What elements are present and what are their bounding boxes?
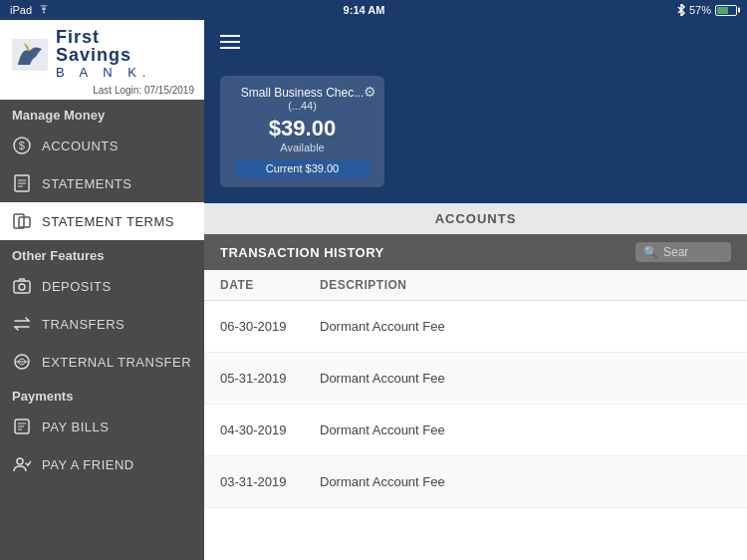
tx-description: Dormant Account Fee [320, 422, 445, 437]
logo-text: First Savings B A N K. [56, 28, 151, 82]
sidebar-item-statement-terms[interactable]: STATEMENT TERMS [0, 202, 204, 240]
tx-date: 05-31-2019 [220, 371, 320, 386]
section-manage-money: Manage Money [0, 100, 204, 127]
accounts-label: ACCOUNTS [42, 139, 119, 153]
transaction-area: TRANSACTION HISTORY 🔍 DATE DESCRIPTION 0… [204, 234, 747, 560]
account-card-avail: Available [234, 141, 371, 153]
hamburger-line-3 [220, 47, 240, 49]
svg-point-18 [17, 458, 23, 464]
tx-description: Dormant Account Fee [320, 371, 445, 386]
col-date-header: DATE [220, 278, 320, 292]
transaction-title: TRANSACTION HISTORY [220, 245, 384, 260]
top-bar [204, 20, 747, 64]
accounts-heading: ACCOUNTS [204, 203, 747, 234]
terms-icon [12, 211, 32, 231]
carrier-label: iPad [10, 4, 32, 16]
tx-date: 03-31-2019 [220, 474, 320, 489]
search-box[interactable]: 🔍 [635, 242, 731, 262]
sidebar-item-accounts[interactable]: $ ACCOUNTS [0, 127, 204, 164]
status-left: iPad [10, 4, 51, 16]
pay-friend-label: PAY A FRIEND [42, 457, 134, 472]
status-bar: iPad 9:14 AM 57% [0, 0, 747, 20]
sidebar-item-transfers[interactable]: TRANSFERS [0, 305, 204, 343]
status-right: 57% [677, 4, 737, 16]
transaction-header: TRANSACTION HISTORY 🔍 [204, 234, 747, 270]
search-input[interactable] [663, 245, 723, 259]
hamburger-menu[interactable] [220, 35, 240, 49]
account-card[interactable]: ⚙ Small Business Chec... (...44) $39.00 … [220, 76, 384, 187]
battery-fill [717, 7, 728, 14]
hamburger-line-1 [220, 35, 240, 37]
hamburger-line-2 [220, 41, 240, 43]
transaction-list: 06-30-2019 Dormant Account Fee 05-31-201… [204, 301, 747, 560]
sidebar-item-pay-bills[interactable]: PAY BILLS [0, 408, 204, 445]
bills-icon [12, 417, 32, 436]
status-time: 9:14 AM [344, 4, 385, 16]
logo-area: First Savings B A N K. [10, 28, 151, 82]
account-card-amount: $39.00 [234, 116, 371, 141]
last-login: Last Login: 07/15/2019 [93, 85, 194, 96]
statement-terms-label: STATEMENT TERMS [42, 214, 174, 229]
sidebar-item-external-transfer[interactable]: EXTERNAL TRANSFER [0, 343, 204, 381]
logo-savings: Savings [56, 46, 151, 64]
tx-date: 06-30-2019 [220, 319, 320, 334]
transfer-icon [12, 314, 32, 334]
main-content: ⚙ Small Business Chec... (...44) $39.00 … [204, 20, 747, 560]
battery-icon [715, 5, 737, 16]
external-transfer-label: EXTERNAL TRANSFER [42, 355, 191, 370]
svg-text:$: $ [19, 140, 26, 151]
sidebar-logo: First Savings B A N K. Last Login: 07/15… [0, 20, 204, 100]
section-payments: Payments [0, 381, 204, 408]
sidebar-item-statements[interactable]: STATEMENTS [0, 164, 204, 202]
dollar-icon: $ [12, 136, 32, 155]
account-area: ⚙ Small Business Chec... (...44) $39.00 … [204, 64, 747, 203]
battery-percent: 57% [689, 4, 711, 16]
wifi-icon [37, 5, 51, 15]
svg-point-11 [19, 284, 25, 290]
transfers-label: TRANSFERS [42, 317, 124, 332]
deposits-label: DEPOSITS [42, 279, 112, 294]
logo-bird-icon [10, 37, 50, 73]
svg-rect-10 [14, 281, 30, 293]
logo-first: First [56, 28, 151, 46]
column-headers: DATE DESCRIPTION [204, 270, 747, 301]
logo-bank: B A N K. [56, 64, 151, 82]
pay-bills-label: PAY BILLS [42, 420, 109, 434]
statements-label: STATEMENTS [42, 176, 131, 191]
tx-description: Dormant Account Fee [320, 474, 445, 489]
tx-date: 04-30-2019 [220, 422, 320, 437]
account-card-number: (...44) [234, 100, 371, 112]
external-icon [12, 352, 32, 372]
bluetooth-icon [677, 4, 685, 16]
table-row[interactable]: 04-30-2019 Dormant Account Fee [204, 405, 747, 456]
search-icon: 🔍 [643, 245, 658, 259]
table-row[interactable]: 03-31-2019 Dormant Account Fee [204, 456, 747, 508]
sidebar-item-pay-friend[interactable]: PAY A FRIEND [0, 445, 204, 483]
account-card-title: Small Business Chec... [234, 86, 371, 100]
table-row[interactable]: 05-31-2019 Dormant Account Fee [204, 353, 747, 405]
camera-icon [12, 276, 32, 296]
statements-icon [12, 173, 32, 193]
sidebar-item-deposits[interactable]: DEPOSITS [0, 267, 204, 305]
tx-description: Dormant Account Fee [320, 319, 445, 334]
sidebar: First Savings B A N K. Last Login: 07/15… [0, 20, 204, 560]
section-other-features: Other Features [0, 240, 204, 267]
gear-button[interactable]: ⚙ [364, 84, 376, 100]
account-card-current: Current $39.00 [234, 159, 371, 177]
friend-icon [12, 454, 32, 474]
table-row[interactable]: 06-30-2019 Dormant Account Fee [204, 301, 747, 353]
col-desc-header: DESCRIPTION [320, 278, 407, 292]
